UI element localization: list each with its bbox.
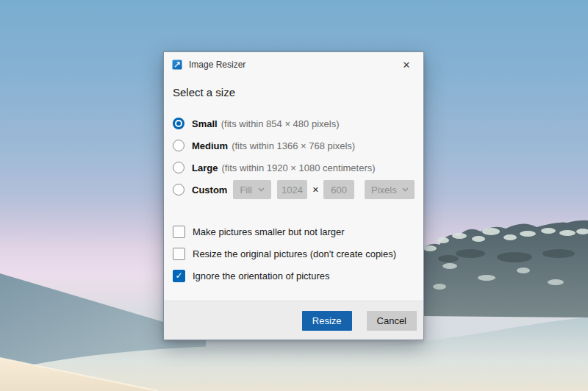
checkbox-ignore-orientation[interactable]: ✓ Ignore the orientation of pictures <box>173 265 415 287</box>
multiply-sign: × <box>312 184 318 196</box>
radio-option-small[interactable]: Small (fits within 854 × 480 pixels) <box>173 112 415 134</box>
radio-unselected-icon <box>173 162 184 173</box>
checkbox-checked-icon: ✓ <box>173 270 185 282</box>
resize-fit-dropdown: Fill <box>233 180 270 199</box>
options-checkbox-group: ✓ Make pictures smaller but not larger ✓… <box>173 220 415 287</box>
checkbox-label: Ignore the orientation of pictures <box>193 270 329 281</box>
close-button[interactable]: ✕ <box>394 54 419 75</box>
option-label: Medium <box>192 140 228 151</box>
radio-unselected-icon <box>173 184 184 196</box>
radio-option-large[interactable]: Large (fits within 1920 × 1080 centimete… <box>173 157 415 179</box>
radio-selected-icon <box>173 118 184 129</box>
checkbox-smaller-not-larger[interactable]: ✓ Make pictures smaller but not larger <box>173 220 415 243</box>
checkbox-label: Resize the original pictures (don't crea… <box>193 248 396 259</box>
dialog-heading: Select a size <box>173 86 415 99</box>
resize-fit-value: Fill <box>240 184 252 196</box>
chevron-down-icon <box>258 187 265 192</box>
custom-width-input: 1024 <box>277 180 308 199</box>
radio-option-custom[interactable]: Custom Fill 1024 × 600 Pixels <box>173 179 415 201</box>
option-label: Custom <box>192 184 227 196</box>
custom-height-input: 600 <box>323 180 354 199</box>
radio-unselected-icon <box>173 140 184 151</box>
option-label: Small <box>192 118 218 129</box>
checkbox-unchecked-icon: ✓ <box>173 226 185 238</box>
radio-option-medium[interactable]: Medium (fits within 1366 × 768 pixels) <box>173 134 415 157</box>
checkbox-resize-originals[interactable]: ✓ Resize the original pictures (don't cr… <box>173 243 415 265</box>
unit-dropdown: Pixels <box>365 180 415 199</box>
option-description: (fits within 854 × 480 pixels) <box>221 118 340 129</box>
dialog-title: Image Resizer <box>189 60 394 70</box>
cancel-button[interactable]: Cancel <box>367 311 417 331</box>
check-icon: ✓ <box>175 271 182 280</box>
size-options-group: Small (fits within 854 × 480 pixels) Med… <box>173 112 415 201</box>
option-description: (fits within 1366 × 768 pixels) <box>232 140 355 151</box>
checkbox-unchecked-icon: ✓ <box>173 248 185 260</box>
image-resizer-app-icon <box>172 60 182 70</box>
dune-ridge-right <box>419 220 588 318</box>
chevron-down-icon <box>402 187 409 192</box>
resize-button[interactable]: Resize <box>302 311 352 331</box>
option-label: Large <box>192 162 218 173</box>
dialog-titlebar[interactable]: Image Resizer ✕ <box>164 52 423 77</box>
checkbox-label: Make pictures smaller but not larger <box>193 226 345 237</box>
option-description: (fits within 1920 × 1080 centimeters) <box>221 162 375 173</box>
dialog-footer: Resize Cancel <box>164 301 423 340</box>
unit-value: Pixels <box>371 184 397 196</box>
dialog-content: Select a size Small (fits within 854 × 4… <box>164 77 423 301</box>
image-resizer-dialog: Image Resizer ✕ Select a size Small (fit… <box>163 51 424 340</box>
close-icon: ✕ <box>403 60 411 71</box>
